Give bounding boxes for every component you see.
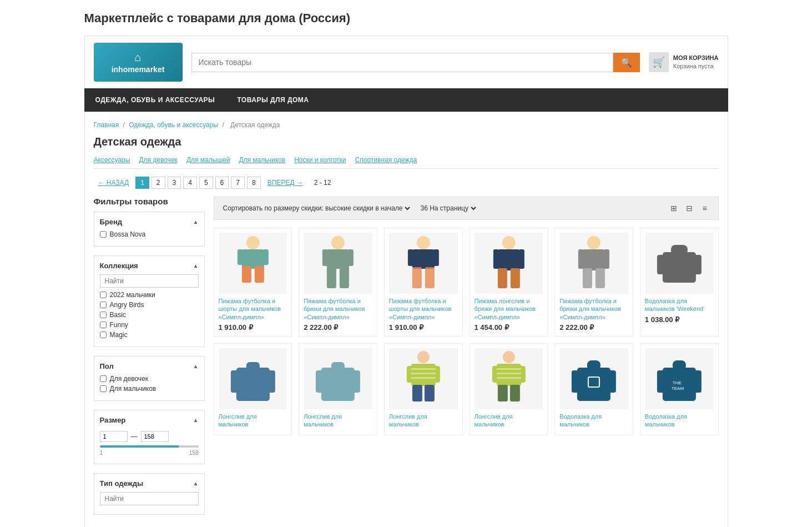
logo-text: inhomemarket <box>112 65 165 74</box>
size-range-label-min: 1 <box>100 450 103 456</box>
sort-select[interactable]: Сортировать по размеру скидки: высокие с… <box>221 204 412 213</box>
product-card-10[interactable]: Лонгслив для мальчиков <box>470 343 548 436</box>
type-search-input[interactable] <box>100 492 199 505</box>
sub-tab-sport[interactable]: Спортивная одежда <box>355 156 417 164</box>
svg-point-6 <box>331 236 345 249</box>
nav-item-home[interactable]: ТОВАРЫ ДЛЯ ДОМА <box>226 88 320 112</box>
svg-rect-35 <box>236 368 269 401</box>
nav-item-clothing[interactable]: ОДЕЖДА, ОБУВЬ И АКСЕССУАРЫ <box>84 88 226 112</box>
breadcrumb-clothing[interactable]: Одежда, обувь и аксессуары <box>129 121 218 129</box>
breadcrumb-home[interactable]: Главная <box>94 121 119 129</box>
main-layout: Фильтры товаров Бренд ▲ Bossa Nova Ко <box>94 197 719 524</box>
collection-search-input[interactable] <box>100 274 199 288</box>
pagination-prev[interactable]: ← НАЗАД <box>94 177 134 188</box>
product-image-7 <box>219 348 288 409</box>
svg-rect-36 <box>230 370 238 393</box>
per-page-select[interactable]: 36 На страницу <box>418 204 478 213</box>
pagination-page-7[interactable]: 7 <box>231 177 245 189</box>
view-grid-large-icon[interactable]: ⊞ <box>667 202 680 215</box>
filter-gender-girls: Для девочек <box>100 375 199 383</box>
search-button[interactable]: 🔍 <box>613 53 640 72</box>
view-grid-small-icon[interactable]: ⊟ <box>683 202 696 215</box>
product-price-4: 1 454.00 ₽ <box>475 323 543 332</box>
logo[interactable]: ⌂ inhomemarket <box>94 43 183 82</box>
product-card-4[interactable]: Пижама лонгслив и брюки для мальчиков «С… <box>470 228 548 337</box>
filter-gender-header[interactable]: Пол ▲ <box>100 362 199 370</box>
product-card-5[interactable]: Пижама футболка и брюки для мальчиков «С… <box>554 228 633 337</box>
pagination-page-5[interactable]: 5 <box>199 177 213 189</box>
sub-tab-toddlers[interactable]: Для малышей <box>186 156 230 164</box>
pagination-page-3[interactable]: 3 <box>168 177 181 189</box>
sub-tab-socks[interactable]: Носки и колготки <box>294 156 346 164</box>
view-icons: ⊞ ⊟ ≡ <box>667 202 712 215</box>
product-card-9[interactable]: Лонгслив для мальчиков <box>384 343 463 436</box>
cart-icon[interactable]: 🛒 <box>649 52 669 72</box>
product-card-3[interactable]: Пижама футболка и шорты для мальчиков «С… <box>384 228 463 337</box>
product-name-5: Пижама футболка и брюки для мальчиков «С… <box>559 297 628 321</box>
cart-title: МОЯ КОРЗИНА <box>673 54 719 62</box>
size-range-slider[interactable] <box>100 445 199 448</box>
checkbox-magic[interactable] <box>100 332 107 338</box>
site-nav: ОДЕЖДА, ОБУВЬ И АКСЕССУАРЫ ТОВАРЫ ДЛЯ ДО… <box>84 88 728 112</box>
product-name-8: Лонгслив для мальчиков <box>304 413 372 429</box>
chevron-up-icon-5: ▲ <box>193 480 199 486</box>
product-card-8[interactable]: Лонгслив для мальчиков <box>299 343 377 436</box>
svg-rect-24 <box>510 268 520 288</box>
pagination-page-1[interactable]: 1 <box>135 177 149 189</box>
svg-rect-51 <box>425 385 435 401</box>
svg-rect-63 <box>608 370 616 393</box>
product-name-10: Лонгслив для мальчиков <box>475 413 543 429</box>
checkbox-basic[interactable] <box>100 312 107 318</box>
product-name-9: Лонгслив для мальчиков <box>389 413 458 429</box>
svg-rect-23 <box>497 268 507 288</box>
search-input[interactable] <box>191 53 613 72</box>
svg-rect-30 <box>596 268 605 288</box>
svg-rect-5 <box>263 249 268 265</box>
svg-rect-41 <box>352 370 360 393</box>
checkbox-girls[interactable] <box>100 375 107 382</box>
svg-rect-60 <box>510 385 520 401</box>
svg-rect-57 <box>496 373 521 374</box>
checkbox-angrybirds[interactable] <box>100 302 107 308</box>
section-title: Детская одежда <box>94 135 719 148</box>
product-card-1[interactable]: Пижама футболка и шорты для мальчиков «С… <box>214 228 292 337</box>
chevron-up-icon-2: ▲ <box>193 263 199 269</box>
filter-gender-boys: Для мальчиков <box>100 385 199 393</box>
pagination: ← НАЗАД 1 2 3 4 5 6 7 8 ВПЕРЕД → 2 - 12 <box>94 177 719 189</box>
product-card-11[interactable]: Водолазка для мальчиков <box>554 343 633 436</box>
logo-house-icon: ⌂ <box>112 51 165 64</box>
pagination-page-8[interactable]: 8 <box>247 177 261 189</box>
size-min-input[interactable] <box>100 431 128 442</box>
product-name-12: Водолазка для мальчиков <box>645 413 714 429</box>
svg-rect-50 <box>412 385 422 401</box>
product-price-1: 1 910.00 ₽ <box>219 323 288 332</box>
product-card-12[interactable]: THE TEAM Водолазка для мальчиков <box>640 343 719 436</box>
checkbox-funny[interactable] <box>100 322 107 328</box>
pagination-page-4[interactable]: 4 <box>183 177 197 189</box>
filter-size: Размер ▲ — 1 158 <box>94 410 205 464</box>
cart-status: Корзина пуста <box>673 62 719 71</box>
sub-tab-accessories[interactable]: Аксессуары <box>94 156 130 164</box>
sub-tab-girls[interactable]: Для девочек <box>139 156 177 164</box>
product-card-2[interactable]: Пижама футболка и брюки для мальчиков «С… <box>299 228 377 337</box>
checkbox-boys[interactable] <box>100 385 107 392</box>
svg-point-43 <box>417 351 430 363</box>
checkbox-2022boys[interactable] <box>100 292 107 298</box>
pagination-next[interactable]: ВПЕРЕД → <box>263 177 307 188</box>
size-range-label-max: 158 <box>189 450 199 456</box>
sub-tab-boys[interactable]: Для мальчиков <box>239 156 285 164</box>
svg-rect-47 <box>411 368 436 370</box>
product-card-7[interactable]: Лонгслив для мальчиков <box>214 343 292 436</box>
pagination-page-2[interactable]: 2 <box>152 177 165 189</box>
svg-rect-29 <box>583 268 592 288</box>
filter-size-header[interactable]: Размер ▲ <box>100 416 199 424</box>
product-image-1 <box>219 233 288 294</box>
filter-brand-header[interactable]: Бренд ▲ <box>100 218 199 226</box>
filter-type-header[interactable]: Тип одежды ▲ <box>100 479 199 488</box>
pagination-page-6[interactable]: 6 <box>215 177 229 189</box>
filter-collection-header[interactable]: Коллекция ▲ <box>100 262 199 270</box>
view-list-icon[interactable]: ≡ <box>698 202 712 215</box>
product-card-6[interactable]: Водолазка для мальчиков 'Weekend' 1 038.… <box>640 228 719 337</box>
size-max-input[interactable] <box>141 431 169 442</box>
checkbox-bossanova[interactable] <box>100 231 107 238</box>
